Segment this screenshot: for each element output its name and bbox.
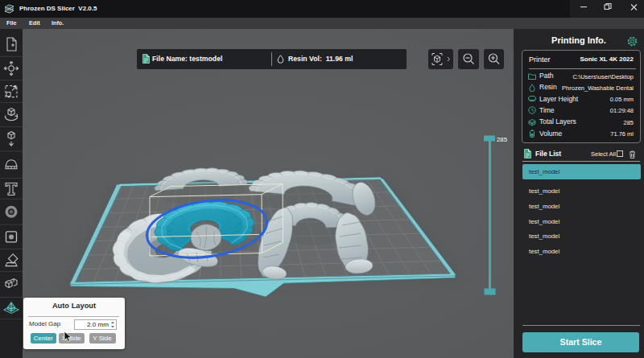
svg-text:285: 285 <box>497 136 508 143</box>
